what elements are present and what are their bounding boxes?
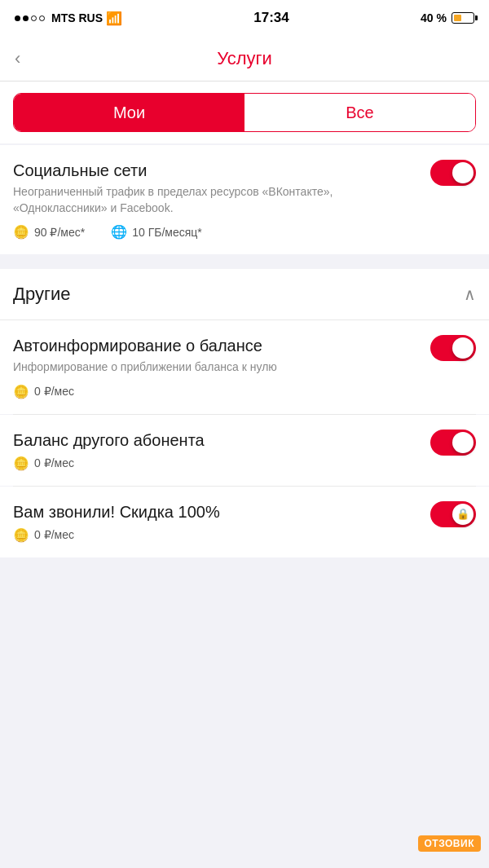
coin-icon-4: 🪙 [13,527,29,543]
dot3 [31,15,37,21]
coin-icon-3: 🪙 [13,456,29,471]
callback-info: Вам звонили! Скидка 100% 🪙 0 ₽/мес [13,501,430,543]
social-toggle-slider[interactable] [430,160,476,186]
autoinform-info: Автоинформирование о балансе Информирова… [13,335,430,399]
callback-price-row: 🪙 0 ₽/мес [13,527,421,543]
lock-icon: 🔒 [456,508,469,520]
globe-icon: 🌐 [111,224,127,240]
autoinform-name: Автоинформирование о балансе [13,335,421,356]
battery-fill [454,15,461,21]
signal-dots [15,15,45,21]
autoinform-toggle-slider[interactable] [430,335,476,361]
battery-percent: 40 % [421,11,447,24]
segment-control: Мои Все [13,93,476,132]
autoinform-toggle[interactable] [430,335,476,361]
status-right: 40 % [421,11,474,24]
balance-toggle-knob [452,432,474,453]
balance-toggle-slider[interactable] [430,430,476,456]
carrier-name: MTS RUS [51,11,103,24]
autoinform-card: Автоинформирование о балансе Информирова… [0,320,489,414]
social-service-info: Социальные сети Неограниченный трафик в … [13,160,430,240]
social-toggle-knob [452,162,474,183]
watermark: ОТЗОВИК [418,835,481,852]
coin-icon: 🪙 [13,224,29,240]
status-time: 17:34 [253,10,289,26]
callback-price: 0 ₽/мес [34,528,74,541]
balance-info: Баланс другого абонента 🪙 0 ₽/мес [13,430,430,471]
wifi-icon: 📶 [106,11,122,26]
autoinform-price-row: 🪙 0 ₽/мес [13,384,421,399]
callback-toggle-knob: 🔒 [452,504,474,525]
dot1 [15,15,20,21]
page-title: Услуги [217,48,272,69]
balance-row: Баланс другого абонента 🪙 0 ₽/мес [13,430,476,471]
social-networks-card: Социальные сети Неограниченный трафик в … [0,145,489,254]
dot4 [39,15,45,21]
balance-card: Баланс другого абонента 🪙 0 ₽/мес [0,415,489,486]
social-price: 90 ₽/мес* [34,226,85,239]
dot2 [23,15,29,21]
section-other-header[interactable]: Другие ∧ [0,269,489,320]
social-data-item: 🌐 10 ГБ/месяц* [111,224,202,240]
social-service-row: Социальные сети Неограниченный трафик в … [13,160,476,240]
chevron-up-icon: ∧ [464,284,476,304]
section-other-title: Другие [13,284,70,305]
callback-name: Вам звонили! Скидка 100% [13,501,421,522]
tab-mine[interactable]: Мои [14,94,244,131]
callback-toggle-slider[interactable]: 🔒 [430,501,476,527]
autoinform-row: Автоинформирование о балансе Информирова… [13,335,476,399]
autoinform-toggle-knob [452,337,474,359]
battery-body [452,12,474,24]
tab-all[interactable]: Все [244,94,475,131]
status-bar: MTS RUS 📶 17:34 40 % [0,0,489,36]
status-left: MTS RUS 📶 [15,11,122,26]
other-services-list: Автоинформирование о балансе Информирова… [0,320,489,557]
social-service-meta: 🪙 90 ₽/мес* 🌐 10 ГБ/месяц* [13,224,421,240]
balance-toggle[interactable] [430,430,476,456]
callback-row: Вам звонили! Скидка 100% 🪙 0 ₽/мес 🔒 [13,501,476,543]
social-service-name: Социальные сети [13,160,421,181]
social-service-desc: Неограниченный трафик в пределах ресурсо… [13,184,421,216]
autoinform-desc: Информирование о приближении баланса к н… [13,359,421,376]
social-price-item: 🪙 90 ₽/мес* [13,224,85,240]
back-button[interactable]: ‹ [15,50,20,68]
autoinform-price: 0 ₽/мес [34,385,74,398]
callback-toggle[interactable]: 🔒 [430,501,476,527]
callback-card: Вам звонили! Скидка 100% 🪙 0 ₽/мес 🔒 [0,487,489,557]
social-toggle[interactable] [430,160,476,186]
battery-indicator [452,12,474,24]
nav-bar: ‹ Услуги [0,36,489,82]
balance-name: Баланс другого абонента [13,430,421,451]
social-data: 10 ГБ/месяц* [132,226,202,239]
segment-container: Мои Все [0,82,489,143]
balance-price-row: 🪙 0 ₽/мес [13,456,421,471]
coin-icon-2: 🪙 [13,384,29,399]
balance-price: 0 ₽/мес [34,456,74,469]
